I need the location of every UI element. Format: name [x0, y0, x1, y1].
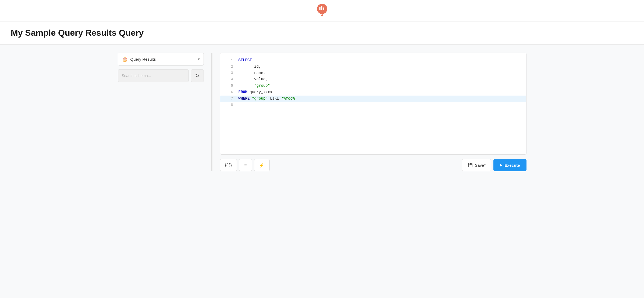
svg-rect-2 — [321, 6, 322, 10]
sidebar: 🎂 Query Results ▾ ↻ — [118, 53, 204, 171]
svg-rect-3 — [323, 7, 324, 10]
code-editor[interactable]: 1 SELECT 2 id, 3 name, — [220, 53, 526, 155]
top-bar — [0, 0, 644, 21]
toolbar: {{ }} ≡ ⚡ 💾 Save* ▶ Execute — [220, 159, 526, 171]
execute-label: Execute — [504, 163, 520, 168]
code-line-2: 2 id, — [220, 64, 526, 70]
play-icon: ▶ — [500, 163, 502, 167]
code-line-3: 3 name, — [220, 70, 526, 77]
save-label: Save* — [475, 163, 486, 168]
logo-container — [315, 4, 329, 18]
code-line-1: 1 SELECT — [220, 57, 526, 64]
save-icon: 💾 — [468, 163, 473, 168]
refresh-schema-button[interactable]: ↻ — [191, 69, 204, 82]
page-header: My Sample Query Results Query — [0, 21, 644, 45]
code-line-4: 4 value, — [220, 76, 526, 83]
database-icon: 🎂 — [122, 56, 128, 62]
svg-marker-4 — [321, 13, 323, 16]
logo-icon — [315, 4, 329, 18]
code-line-5: 5 "group" — [220, 83, 526, 89]
code-line-6: 6 FROM query_xxxx — [220, 89, 526, 96]
refresh-icon: ↻ — [195, 73, 199, 79]
template-button[interactable]: {{ }} — [220, 159, 237, 171]
code-line-7: 7 WHERE "group" LIKE '%foo%' — [220, 96, 526, 102]
save-button[interactable]: 💾 Save* — [462, 159, 491, 171]
search-schema-input[interactable] — [118, 69, 189, 82]
vertical-divider — [211, 53, 212, 171]
database-label: Query Results — [130, 57, 195, 61]
main-content: 🎂 Query Results ▾ ↻ 1 SELECT — [107, 45, 537, 179]
svg-rect-1 — [319, 7, 320, 10]
format-button[interactable]: ≡ — [239, 159, 252, 171]
execute-button[interactable]: ▶ Execute — [493, 159, 526, 171]
code-line-8: 8 — [220, 102, 526, 108]
page-title: My Sample Query Results Query — [11, 28, 633, 38]
code-lines: 1 SELECT 2 id, 3 name, — [220, 53, 526, 112]
editor-panel: 1 SELECT 2 id, 3 name, — [220, 53, 526, 171]
database-selector[interactable]: 🎂 Query Results ▾ — [118, 53, 204, 66]
chevron-down-icon: ▾ — [198, 57, 200, 61]
search-row: ↻ — [118, 69, 204, 82]
autocomplete-button[interactable]: ⚡ — [254, 159, 270, 171]
